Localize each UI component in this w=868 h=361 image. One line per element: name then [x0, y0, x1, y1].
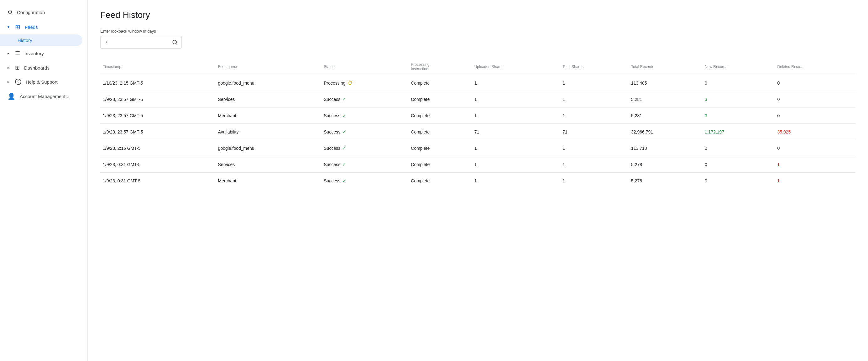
- cell-processing-instruction: Complete: [408, 124, 472, 140]
- sidebar-item-history-label: History: [18, 38, 32, 43]
- cell-total-records: 5,278: [629, 156, 702, 173]
- table-row: 1/9/23, 23:57 GMT-5AvailabilitySuccess✓C…: [100, 124, 856, 140]
- check-icon: ✓: [342, 161, 346, 167]
- help-icon: ?: [15, 79, 21, 85]
- cell-feed-name: Merchant: [216, 108, 321, 124]
- table-row: 1/9/23, 23:57 GMT-5MerchantSuccess✓Compl…: [100, 108, 856, 124]
- cell-deleted-records: 1: [775, 156, 856, 173]
- cell-deleted-records: 0: [775, 108, 856, 124]
- cell-new-records: 3: [702, 91, 775, 108]
- cell-total-records: 5,281: [629, 91, 702, 108]
- col-deleted-records: Deleted Reco...: [775, 59, 856, 75]
- cell-deleted-records: 0: [775, 91, 856, 108]
- cell-feed-name: Availability: [216, 124, 321, 140]
- feed-history-table-wrapper: Timestamp Feed name Status ProcessingIns…: [100, 59, 856, 189]
- main-content: Feed History Enter lookback window in da…: [88, 0, 868, 361]
- search-section: Enter lookback window in days: [100, 29, 856, 49]
- sidebar-item-configuration-label: Configuration: [17, 10, 45, 15]
- cell-total-shards: 1: [560, 75, 629, 91]
- search-button[interactable]: [168, 36, 181, 48]
- cell-total-records: 5,278: [629, 173, 702, 189]
- search-box: [100, 36, 182, 49]
- table-row: 1/9/23, 0:31 GMT-5ServicesSuccess✓Comple…: [100, 156, 856, 173]
- col-total-shards: Total Shards: [560, 59, 629, 75]
- dashboards-icon: ⊞: [15, 64, 20, 71]
- cell-total-records: 113,405: [629, 75, 702, 91]
- feeds-icon: ⊞: [15, 23, 20, 31]
- table-row: 1/9/23, 0:31 GMT-5MerchantSuccess✓Comple…: [100, 173, 856, 189]
- status-text: Success: [324, 129, 340, 134]
- cell-deleted-records: 1: [775, 173, 856, 189]
- cell-processing-instruction: Complete: [408, 108, 472, 124]
- cell-status: Success✓: [321, 173, 408, 189]
- sidebar-item-help-support-label: Help & Support: [26, 79, 58, 85]
- cell-timestamp: 1/9/23, 2:15 GMT-5: [100, 140, 216, 156]
- col-uploaded-shards: Uploaded Shards: [472, 59, 560, 75]
- gear-icon: ⚙: [7, 9, 12, 16]
- search-label: Enter lookback window in days: [100, 29, 856, 33]
- cell-new-records: 1,172,197: [702, 124, 775, 140]
- cell-total-shards: 71: [560, 124, 629, 140]
- cell-feed-name: Merchant: [216, 173, 321, 189]
- check-icon: ✓: [342, 178, 346, 184]
- sidebar-item-history[interactable]: History: [0, 34, 83, 46]
- sidebar-item-dashboards[interactable]: ▸ ⊞ Dashboards: [0, 60, 87, 75]
- search-input[interactable]: [101, 37, 168, 48]
- col-status: Status: [321, 59, 408, 75]
- check-icon: ✓: [342, 129, 346, 135]
- sidebar-item-configuration[interactable]: ⚙ Configuration: [0, 5, 87, 20]
- check-icon: ✓: [342, 96, 346, 102]
- cell-processing-instruction: Complete: [408, 173, 472, 189]
- cell-status: Success✓: [321, 91, 408, 108]
- sidebar: ⚙ Configuration ▾ ⊞ Feeds History ▸ ☰ In…: [0, 0, 88, 361]
- chevron-right-icon-3: ▸: [7, 80, 9, 84]
- cell-processing-instruction: Complete: [408, 75, 472, 91]
- table-header: Timestamp Feed name Status ProcessingIns…: [100, 59, 856, 75]
- sidebar-item-account[interactable]: 👤 Account Management...: [0, 89, 87, 104]
- cell-status: Success✓: [321, 140, 408, 156]
- feed-history-table: Timestamp Feed name Status ProcessingIns…: [100, 59, 856, 189]
- table-row: 1/10/23, 2:15 GMT-5google.food_menuProce…: [100, 75, 856, 91]
- page-title: Feed History: [100, 10, 856, 20]
- sidebar-item-feeds[interactable]: ▾ ⊞ Feeds: [0, 20, 87, 34]
- cell-uploaded-shards: 1: [472, 173, 560, 189]
- check-icon: ✓: [342, 145, 346, 151]
- cell-uploaded-shards: 1: [472, 140, 560, 156]
- table-row: 1/9/23, 23:57 GMT-5ServicesSuccess✓Compl…: [100, 91, 856, 108]
- table-row: 1/9/23, 2:15 GMT-5google.food_menuSucces…: [100, 140, 856, 156]
- cell-total-shards: 1: [560, 91, 629, 108]
- check-icon: ✓: [342, 113, 346, 118]
- cell-uploaded-shards: 1: [472, 75, 560, 91]
- cell-status: Success✓: [321, 124, 408, 140]
- cell-timestamp: 1/9/23, 0:31 GMT-5: [100, 156, 216, 173]
- cell-deleted-records: 0: [775, 140, 856, 156]
- cell-status: Success✓: [321, 156, 408, 173]
- cell-new-records: 0: [702, 156, 775, 173]
- cell-feed-name: google.food_menu: [216, 75, 321, 91]
- cell-processing-instruction: Complete: [408, 140, 472, 156]
- cell-total-records: 32,966,791: [629, 124, 702, 140]
- cell-total-shards: 1: [560, 156, 629, 173]
- cell-processing-instruction: Complete: [408, 91, 472, 108]
- sidebar-item-help-support[interactable]: ▸ ? Help & Support: [0, 75, 87, 89]
- cell-new-records: 0: [702, 173, 775, 189]
- col-timestamp: Timestamp: [100, 59, 216, 75]
- cell-timestamp: 1/9/23, 23:57 GMT-5: [100, 108, 216, 124]
- inventory-icon: ☰: [15, 50, 20, 57]
- svg-line-1: [176, 43, 177, 44]
- clock-icon: ⏱: [347, 80, 352, 86]
- chevron-right-icon: ▸: [7, 51, 9, 56]
- sidebar-item-inventory[interactable]: ▸ ☰ Inventory: [0, 46, 87, 60]
- sidebar-item-feeds-label: Feeds: [25, 25, 38, 30]
- cell-uploaded-shards: 71: [472, 124, 560, 140]
- col-processing-instruction: ProcessingInstruction: [408, 59, 472, 75]
- account-icon: 👤: [7, 92, 16, 100]
- cell-deleted-records: 35,925: [775, 124, 856, 140]
- sidebar-item-dashboards-label: Dashboards: [24, 65, 50, 70]
- cell-timestamp: 1/9/23, 23:57 GMT-5: [100, 91, 216, 108]
- col-total-records: Total Records: [629, 59, 702, 75]
- cell-timestamp: 1/10/23, 2:15 GMT-5: [100, 75, 216, 91]
- chevron-down-icon: ▾: [7, 25, 9, 29]
- cell-processing-instruction: Complete: [408, 156, 472, 173]
- cell-total-shards: 1: [560, 108, 629, 124]
